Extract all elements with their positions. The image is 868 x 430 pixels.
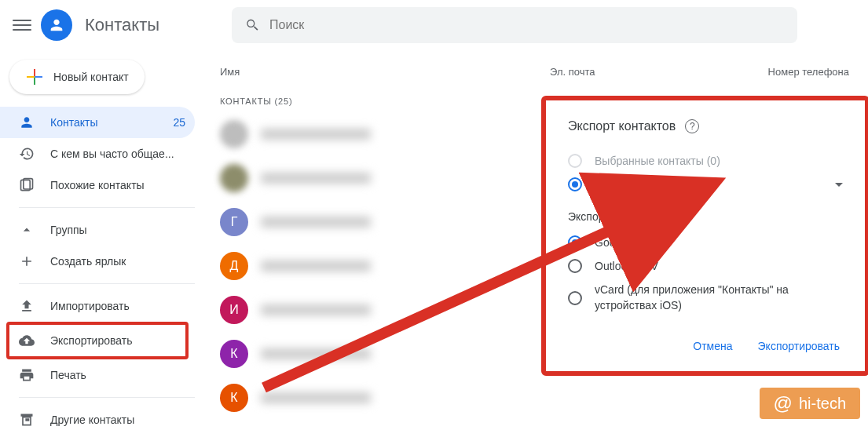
export-as-label: Экспортировать как [568, 210, 843, 223]
avatar: К [220, 384, 248, 412]
app-title: Контакты [85, 15, 159, 35]
contact-name-blurred [261, 348, 371, 359]
radio-icon [568, 291, 582, 305]
sidebar-item-count: 25 [173, 116, 185, 129]
radio-icon [568, 235, 582, 250]
app-header: Контакты [0, 0, 868, 50]
chevron-down-icon[interactable] [835, 183, 843, 187]
sidebar-item-merge[interactable]: Похожие контакты [0, 169, 195, 201]
new-contact-label: Новый контакт [53, 71, 129, 83]
avatar: Г [220, 208, 248, 236]
menu-icon[interactable] [13, 16, 31, 35]
upload-icon [19, 298, 35, 314]
help-icon[interactable]: ? [685, 119, 699, 133]
plus-small-icon [19, 253, 35, 269]
radio-icon [568, 177, 582, 191]
divider [19, 397, 195, 398]
cancel-button[interactable]: Отмена [690, 333, 735, 359]
sidebar-item-frequent[interactable]: С кем вы часто общае... [0, 138, 195, 169]
sidebar-item-other[interactable]: Другие контакты [0, 404, 195, 430]
radio-label: Контакты (25) [595, 178, 665, 191]
sidebar-item-export[interactable]: Экспортировать [9, 325, 185, 356]
contact-name-blurred [261, 129, 371, 140]
export-highlight: Экспортировать [6, 322, 189, 359]
cloud-upload-icon [19, 333, 35, 348]
radio-icon [568, 154, 582, 168]
export-dialog: Экспорт контактов ? Выбранные контакты (… [549, 104, 862, 368]
sidebar-item-label: Похожие контакты [50, 179, 185, 191]
radio-vcard[interactable]: vCard (для приложения "Контакты" на устр… [568, 278, 843, 318]
sidebar-item-label: Другие контакты [50, 414, 185, 426]
merge-icon [19, 177, 35, 193]
divider [19, 283, 195, 284]
sidebar-item-label: Группы [50, 224, 185, 236]
watermark: @hi-tech [760, 388, 860, 419]
history-icon [19, 146, 35, 162]
divider [19, 207, 195, 208]
main-content: Имя Эл. почта Номер телефона КОНТАКТЫ (2… [201, 50, 868, 430]
radio-google-csv[interactable]: Google CSV [568, 231, 843, 254]
radio-icon [568, 259, 582, 273]
contact-name-blurred [261, 261, 371, 271]
radio-label: Google CSV [595, 236, 656, 249]
archive-icon [19, 412, 35, 428]
dialog-actions: Отмена Экспортировать [568, 333, 843, 359]
person-icon [19, 115, 35, 130]
search-input[interactable] [269, 18, 785, 32]
radio-label: Outlook CSV [595, 260, 658, 272]
contact-name-blurred [261, 173, 371, 184]
avatar: К [220, 340, 248, 368]
radio-contacts[interactable]: Контакты (25) [568, 173, 843, 196]
new-contact-button[interactable]: Новый контакт [9, 60, 145, 94]
sidebar-item-create-label[interactable]: Создать ярлык [0, 246, 195, 277]
sidebar-item-groups[interactable]: Группы [0, 214, 195, 246]
avatar: И [220, 296, 248, 324]
dialog-title-text: Экспорт контактов [568, 119, 676, 133]
search-bar[interactable] [232, 7, 797, 43]
sidebar-item-contacts[interactable]: Контакты 25 [0, 107, 195, 138]
app-logo [41, 9, 72, 41]
sidebar-item-label: Создать ярлык [50, 255, 185, 268]
contact-name-blurred [261, 392, 371, 403]
radio-label: vCard (для приложения "Контакты" на устр… [595, 282, 843, 313]
sidebar: Новый контакт Контакты 25 С кем вы часто… [0, 50, 201, 430]
sidebar-item-label: Контакты [50, 116, 157, 129]
sidebar-item-label: Печать [50, 369, 185, 381]
sidebar-item-label: Импортировать [50, 300, 185, 312]
avatar [220, 164, 248, 192]
search-icon [244, 17, 260, 33]
plus-icon [25, 67, 44, 86]
export-dialog-highlight: Экспорт контактов ? Выбранные контакты (… [541, 96, 868, 376]
list-header: Имя Эл. почта Номер телефона [214, 56, 855, 87]
column-email: Эл. почта [550, 66, 723, 78]
export-button[interactable]: Экспортировать [755, 333, 843, 359]
avatar: Д [220, 252, 248, 280]
sidebar-item-print[interactable]: Печать [0, 359, 195, 391]
radio-selected-contacts: Выбранные контакты (0) [568, 149, 843, 173]
column-name: Имя [220, 66, 550, 78]
radio-label: Выбранные контакты (0) [595, 155, 720, 167]
dialog-title: Экспорт контактов ? [568, 119, 843, 133]
contact-name-blurred [261, 217, 371, 228]
contact-name-blurred [261, 304, 371, 315]
avatar [220, 120, 248, 148]
sidebar-item-label: С кем вы часто общае... [50, 148, 185, 160]
print-icon [19, 367, 35, 383]
column-phone: Номер телефона [723, 66, 849, 78]
chevron-up-icon [19, 222, 35, 238]
radio-outlook-csv[interactable]: Outlook CSV [568, 254, 843, 278]
sidebar-item-label: Экспортировать [50, 334, 176, 347]
sidebar-item-import[interactable]: Импортировать [0, 290, 195, 322]
